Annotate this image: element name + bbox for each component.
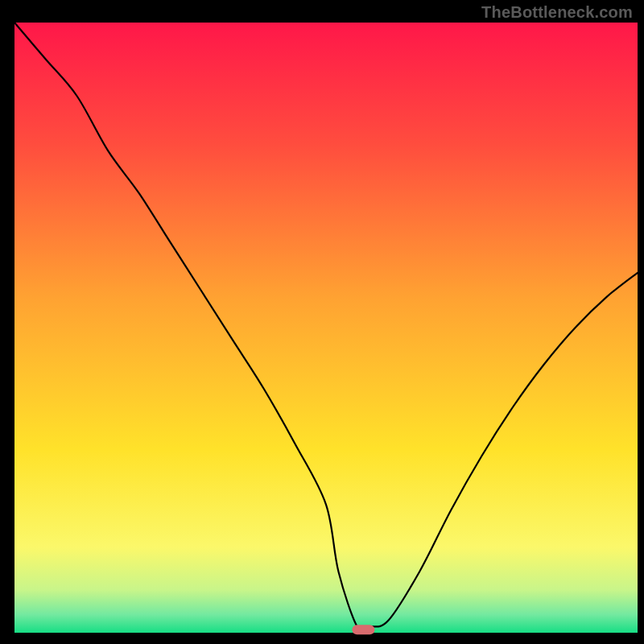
gradient-background <box>14 23 638 633</box>
bottleneck-chart <box>0 0 644 644</box>
chart-frame: TheBottleneck.com <box>0 0 644 644</box>
optimal-marker <box>352 625 374 634</box>
